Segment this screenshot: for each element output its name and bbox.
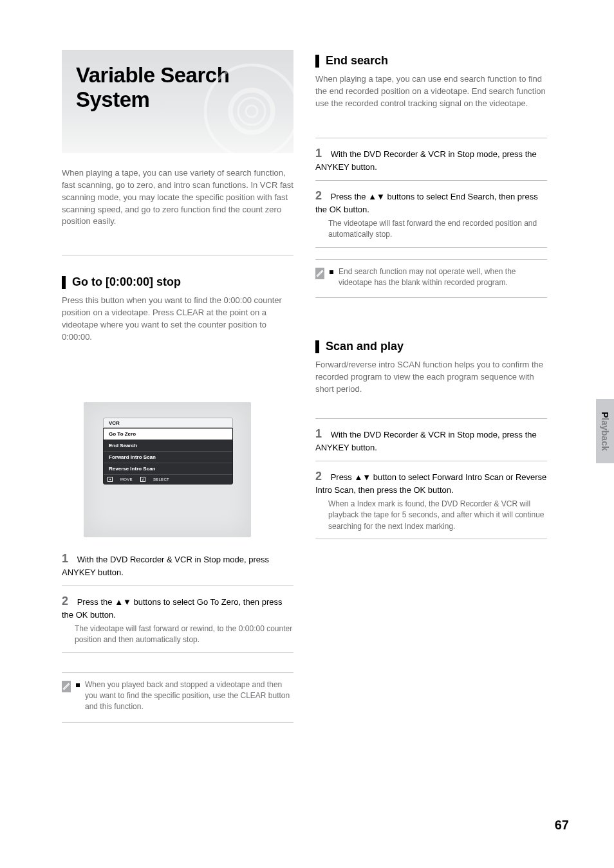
step: 2 Press ▲▼ button to select Forward Intr… [315,468,547,532]
step: 1 With the DVD Recorder & VCR in Stop mo… [62,550,293,579]
step-number: 2 [62,593,75,609]
heading-text: End search [326,54,388,68]
divider [315,247,547,248]
divider [315,297,547,298]
menu-item: Go To Zero [104,429,232,440]
divider [315,539,547,539]
svg-point-3 [246,106,257,117]
divider [315,259,547,260]
section-desc-end-search: When playing a tape, you can use end sea… [315,73,547,110]
step-text: Press the ▲▼ buttons to select Go To Zer… [62,597,283,620]
menu-item: End Search [104,440,232,452]
menu-item: Reverse Intro Scan [104,463,232,475]
step-subtext: The videotape will fast forward the end … [328,218,547,241]
select-icon: ↲ [140,477,145,482]
steps-end-search: 1 With the DVD Recorder & VCR in Stop mo… [315,131,547,304]
disc-graphic [203,63,300,160]
section-desc-scan-and-play: Forward/reverse intro SCAN function help… [315,359,547,396]
step-number: 2 [315,468,328,485]
step-text: Press ▲▼ button to select Forward Intro … [315,472,546,495]
svg-point-1 [230,90,273,133]
title-card: Variable Search System [62,50,293,153]
step-number: 1 [315,145,328,162]
vcr-menu-screenshot: VCR Go To Zero End Search Forward Intro … [84,402,251,537]
steps-go-to-zero: 1 With the DVD Recorder & VCR in Stop mo… [62,550,293,729]
section-heading-go-to-zero: Go to [0:00:00] stop [62,275,293,289]
divider [315,180,547,181]
step-text: Press the ▲▼ buttons to select End Searc… [315,192,538,214]
move-label: MOVE [120,477,133,481]
divider [315,461,547,461]
heading-bar-icon [315,55,319,68]
divider [315,418,547,419]
note-text: End search function may not operate well… [339,266,547,289]
step-subtext: When a Index mark is found, the DVD Reco… [328,499,547,532]
heading-text: Go to [0:00:00] stop [72,275,181,289]
step-text: With the DVD Recorder & VCR in Stop mode… [315,430,537,452]
heading-bar-icon [62,276,66,289]
page-number: 67 [555,818,569,833]
svg-point-2 [238,98,265,125]
bullet-icon [76,683,80,687]
divider [62,586,293,586]
side-tab-playback: Playback [596,399,614,463]
intro-text: When playing a tape, you can use variety… [62,167,293,228]
step-text: With the DVD Recorder & VCR in Stop mode… [62,555,269,577]
divider [62,722,293,723]
divider [315,138,547,138]
note: When you played back and stopped a video… [62,679,293,713]
step-subtext: The videotape will fast forward or rewin… [75,623,293,646]
heading-bar-icon [315,340,319,353]
side-tab-label: Playback [600,412,610,451]
note: End search function may not operate well… [315,266,547,289]
heading-text: Scan and play [326,340,404,353]
step-number: 1 [62,550,75,567]
select-label: SELECT [153,477,169,481]
step-number: 1 [315,425,328,442]
note-icon [62,681,71,692]
divider [62,652,293,653]
move-icon: ✦ [107,477,113,482]
step-number: 2 [315,187,328,204]
menu-header: VCR [103,418,233,428]
step: 2 Press the ▲▼ buttons to select End Sea… [315,187,547,241]
menu-footer: ✦ MOVE ↲ SELECT [104,475,232,484]
note-text: When you played back and stopped a video… [85,679,293,713]
step: 1 With the DVD Recorder & VCR in Stop mo… [315,425,547,454]
divider [62,672,293,673]
menu-body: Go To Zero End Search Forward Intro Scan… [103,428,233,485]
section-desc-go-to-zero: Press this button when you want to find … [62,295,293,343]
bullet-icon [330,270,333,274]
note-icon [315,268,324,279]
section-heading-scan-and-play: Scan and play [315,340,547,353]
steps-scan-and-play: 1 With the DVD Recorder & VCR in Stop mo… [315,412,547,546]
menu-item: Forward Intro Scan [104,452,232,463]
step-text: With the DVD Recorder & VCR in Stop mode… [315,149,537,172]
divider [62,255,293,255]
step: 1 With the DVD Recorder & VCR in Stop mo… [315,145,547,174]
step: 2 Press the ▲▼ buttons to select Go To Z… [62,593,293,646]
section-heading-end-search: End search [315,54,547,68]
